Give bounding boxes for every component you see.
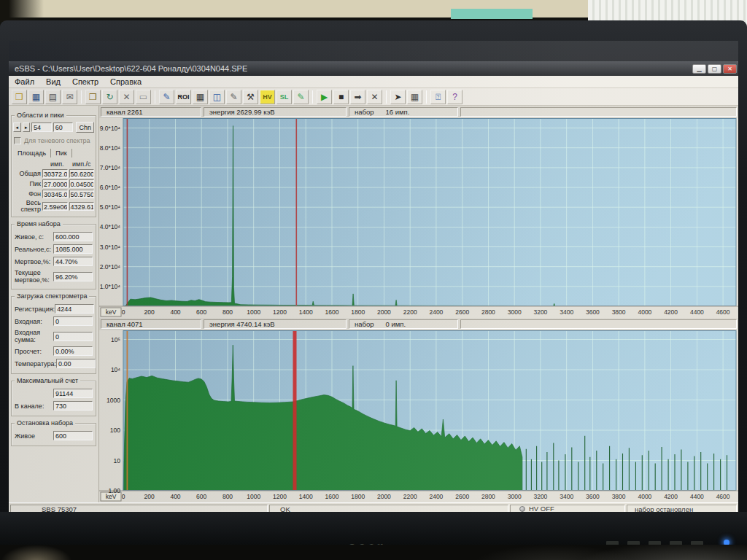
top-set-field: набор 16 имп. [349, 107, 458, 117]
counts-field[interactable]: 30372.0 [42, 169, 68, 178]
region-end-field[interactable]: 60 [53, 122, 74, 132]
area-table-row: Фон30345.050.5750 [13, 190, 94, 198]
menu-item-4[interactable]: Справка [104, 77, 147, 86]
region-start-field[interactable]: 54 [31, 122, 52, 132]
max-count-channel-field[interactable]: 730 [53, 401, 93, 411]
top-header-filler [460, 107, 737, 117]
menu-item-1[interactable]: Файл [9, 77, 40, 86]
svg-text:4400: 4400 [690, 493, 704, 500]
row-value-field[interactable]: 1085.000 [53, 244, 93, 254]
shadow-spectrum-label: Для теневого спектра [24, 137, 90, 144]
marker-pen-button[interactable]: ✎ [293, 90, 309, 104]
rate-field[interactable]: 50.5750 [69, 190, 95, 198]
max-count-field[interactable]: 91144 [53, 389, 93, 398]
row-value-field[interactable]: 4244 [55, 304, 94, 314]
table-button[interactable]: ▦ [193, 90, 208, 104]
bottom-spectrum-chart[interactable]: keV0200400600800100012001400160018002000… [99, 330, 738, 502]
svg-text:4200: 4200 [664, 493, 678, 500]
svg-text:1600: 1600 [325, 308, 339, 316]
counts-field[interactable]: 30345.0 [42, 190, 68, 198]
svg-text:3800: 3800 [612, 493, 626, 500]
clear-button[interactable]: ✕ [119, 90, 134, 104]
rate-field[interactable]: 0.04500 [69, 179, 95, 188]
svg-text:2600: 2600 [455, 308, 469, 316]
sl-button[interactable]: SL [276, 90, 292, 104]
top-spectrum-chart[interactable]: keV0200400600800100012001400160018002000… [99, 118, 738, 318]
region-prev-button[interactable]: ◂ [13, 122, 21, 132]
counts-field[interactable]: 27.0000 [42, 179, 68, 188]
svg-text:3600: 3600 [586, 308, 600, 316]
refresh-button[interactable]: ↻ [102, 90, 117, 104]
row-value-field[interactable]: 44.70% [53, 257, 93, 266]
report-button[interactable]: ✎ [226, 90, 241, 104]
row-label: Входная сумма: [15, 329, 53, 343]
device-button[interactable]: ▦ [407, 90, 422, 104]
print-button[interactable]: ▤ [45, 90, 61, 104]
row-value-field[interactable]: 96.20% [53, 272, 93, 281]
open-spectrum-button[interactable]: ❒ [85, 90, 101, 104]
photo-of-monitor: eSBS - C:\Users\User\Desktop\622-604 Рон… [0, 0, 747, 560]
hv-button[interactable]: HV [260, 90, 275, 104]
region-selector: ◂ ▸ 54 60 Chn [13, 122, 94, 133]
tab-area[interactable]: Площадь [13, 149, 51, 158]
desk-area [0, 545, 747, 560]
counts-field[interactable]: 2.59e06 [42, 202, 68, 211]
row-label: Входная: [15, 318, 53, 325]
acq-time-title: Время набора [15, 220, 63, 228]
close-button[interactable]: ✕ [723, 64, 737, 74]
save-button[interactable]: ▦ [28, 90, 44, 104]
svg-text:1000: 1000 [247, 308, 260, 316]
calibration-button[interactable]: ◫ [209, 90, 225, 104]
step-button[interactable]: ➡ [350, 90, 365, 104]
row-label: Просчет: [15, 348, 53, 355]
menu-item-2[interactable]: Вид [40, 77, 66, 86]
svg-text:100: 100 [110, 427, 120, 434]
svg-text:2200: 2200 [403, 308, 417, 316]
help-button[interactable]: ? [447, 90, 462, 104]
svg-text:0: 0 [122, 493, 125, 500]
open-button[interactable]: ❒ [12, 90, 27, 104]
svg-text:3000: 3000 [508, 493, 522, 500]
tools-button[interactable]: ⚒ [243, 90, 258, 104]
row-value-field[interactable]: 600.000 [53, 232, 93, 241]
rate-field[interactable]: 50.6200 [69, 169, 95, 178]
sidebar: Области и пики ◂ ▸ 54 60 Chn Для теневог… [9, 106, 99, 502]
jump-button[interactable]: ➤ [390, 90, 406, 104]
minimize-button[interactable]: ▁ [692, 64, 706, 74]
svg-text:4200: 4200 [664, 308, 678, 316]
info-button[interactable]: ✎ [159, 90, 174, 104]
row-value-field[interactable]: 0.00% [53, 346, 93, 356]
max-count-title: Максимальный счет [15, 377, 80, 384]
rate-field[interactable]: 4329.61 [69, 202, 95, 211]
menu-item-3[interactable]: Спектр [66, 77, 104, 86]
svg-text:1200: 1200 [273, 308, 287, 316]
maximize-button[interactable]: ▢ [708, 64, 721, 74]
svg-text:800: 800 [222, 308, 233, 316]
row-value-field[interactable]: 0 [53, 332, 93, 341]
top-energy-field: энергия 2629.99 кэВ [204, 107, 347, 117]
top-channel-field: канал 2261 [101, 107, 201, 117]
area-table-row: Пик27.00000.04500 [13, 179, 94, 188]
svg-text:1.00: 1.00 [108, 487, 120, 494]
roi-button[interactable]: ROI [176, 90, 191, 104]
start-button[interactable]: ▶ [317, 90, 332, 104]
screen-button[interactable]: ▭ [136, 90, 151, 104]
tab-peak[interactable]: Пик [51, 149, 71, 158]
bottom-chart-header: канал 4071 энергия 4740.14 кэВ набор 0 и… [99, 318, 738, 330]
chn-button[interactable]: Chn [76, 122, 94, 133]
row-value-field[interactable]: 0 [53, 316, 93, 326]
stop-button[interactable]: ■ [333, 90, 349, 104]
context-help-button[interactable]: ⍰ [430, 90, 446, 104]
row-label: Весь спектр [13, 200, 41, 213]
row-value-field[interactable]: 0.00 [56, 359, 96, 368]
svg-text:1.0*10⁴: 1.0*10⁴ [100, 283, 121, 290]
region-next-button[interactable]: ▸ [23, 122, 31, 132]
properties-button[interactable]: ✉ [62, 90, 77, 104]
svg-text:1000: 1000 [107, 397, 120, 404]
svg-text:2.0*10⁴: 2.0*10⁴ [100, 263, 121, 271]
label-value-row: Входная сумма:0 [15, 329, 93, 343]
label-value-row: Входная:0 [15, 316, 93, 326]
abort-button[interactable]: ✕ [367, 90, 382, 104]
stop-live-field[interactable]: 600 [53, 431, 93, 440]
shadow-spectrum-checkbox[interactable] [14, 137, 21, 144]
